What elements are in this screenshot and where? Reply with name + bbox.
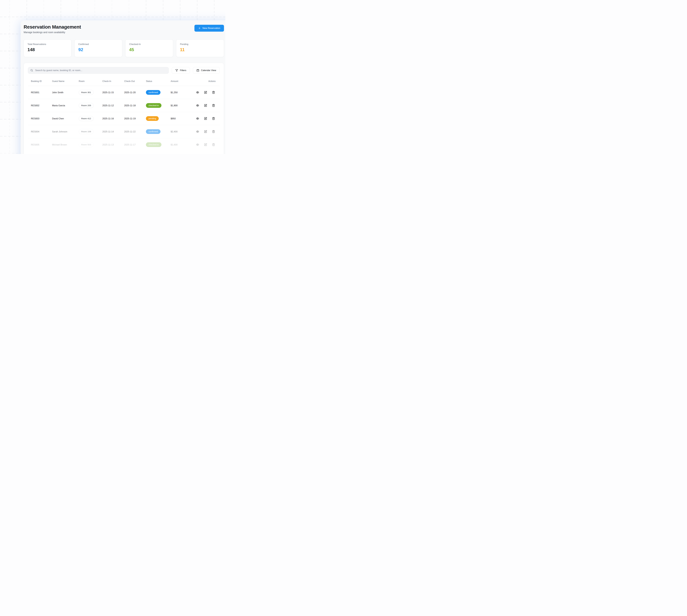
eye-icon [196, 104, 199, 107]
view-button[interactable] [196, 117, 199, 120]
booking-id: RES005 [31, 144, 52, 146]
booking-id: RES004 [31, 130, 52, 133]
search-input[interactable] [28, 67, 169, 74]
row-actions [196, 91, 220, 94]
eye-icon [196, 130, 199, 133]
check-out-date: 2025-11-17 [124, 144, 146, 146]
edit-button[interactable] [204, 143, 207, 146]
edit-button[interactable] [204, 117, 207, 120]
column-header-amount: Amount [171, 80, 196, 83]
booking-id: RES001 [31, 91, 52, 94]
stat-label: Checked-In [129, 43, 169, 45]
new-reservation-button[interactable]: New Reservation [194, 25, 224, 31]
row-actions [196, 130, 220, 133]
room-chip: Room 412 [79, 116, 94, 121]
trash-icon [212, 117, 215, 120]
page-title: Reservation Management [24, 24, 81, 30]
stat-label: Pending [180, 43, 220, 45]
plus-icon [198, 27, 201, 29]
edit-button[interactable] [204, 130, 207, 133]
row-actions [196, 143, 220, 146]
calendar-view-button[interactable]: Calendar View [193, 67, 220, 74]
delete-button[interactable] [212, 91, 215, 94]
room-chip: Room 301 [79, 90, 94, 95]
check-in-date: 2025-11-12 [102, 104, 124, 107]
amount: $2,400 [171, 130, 196, 133]
guest-name: Michael Brown [52, 144, 79, 146]
edit-button[interactable] [204, 104, 207, 107]
search-icon [30, 69, 33, 72]
eye-icon [196, 117, 199, 120]
view-button[interactable] [196, 104, 199, 107]
table-row: RES001 John Smith Room 301 2025-11-15 20… [28, 86, 220, 99]
new-reservation-label: New Reservation [203, 27, 220, 29]
status-badge: checked-in [146, 103, 161, 108]
column-header-booking-id: Booking ID [31, 80, 52, 83]
title-block: Reservation Management Manage bookings a… [24, 24, 81, 34]
check-out-date: 2025-11-20 [124, 91, 146, 94]
stat-card-total: Total Reservations 148 [24, 40, 71, 57]
table-row: RES005 Michael Brown Room 503 2025-11-13… [28, 138, 220, 151]
status-badge: confirmed [146, 90, 160, 95]
amount: $950 [171, 117, 196, 120]
view-button[interactable] [196, 143, 199, 146]
room-chip: Room 205 [79, 103, 94, 108]
guest-name: John Smith [52, 91, 79, 94]
check-in-date: 2025-11-16 [102, 117, 124, 120]
trash-icon [212, 130, 215, 133]
edit-icon [204, 91, 207, 94]
booking-id: RES003 [31, 117, 52, 120]
trash-icon [212, 91, 215, 94]
stat-value: 148 [27, 47, 68, 52]
guest-name: Maria Garcia [52, 104, 79, 107]
filters-button[interactable]: Filters [172, 67, 190, 74]
column-header-room: Room [79, 80, 102, 83]
trash-icon [212, 143, 215, 146]
page-subtitle: Manage bookings and room availability [24, 31, 81, 34]
view-button[interactable] [196, 130, 199, 133]
table-header-row: Booking ID Guest Name Room Check-In Chec… [28, 78, 220, 86]
row-actions [196, 104, 220, 107]
eye-icon [196, 143, 199, 146]
edit-icon [204, 104, 207, 107]
status-badge: checked-in [146, 142, 161, 147]
view-button[interactable] [196, 91, 199, 94]
stat-card-pending: Pending 11 [176, 40, 224, 57]
toolbar: Filters Calendar View [28, 67, 220, 74]
row-actions [196, 117, 220, 120]
calendar-view-label: Calendar View [201, 69, 216, 72]
delete-button[interactable] [212, 104, 215, 107]
delete-button[interactable] [212, 130, 215, 133]
stats-row: Total Reservations 148 Confirmed 92 Chec… [24, 40, 224, 57]
delete-button[interactable] [212, 117, 215, 120]
check-in-date: 2025-11-15 [102, 91, 124, 94]
column-header-actions: Actions [196, 80, 220, 83]
stat-label: Total Reservations [27, 43, 68, 45]
card-header: Reservation Management Manage bookings a… [24, 24, 224, 34]
amount: $1,250 [171, 91, 196, 94]
table-body: RES001 John Smith Room 301 2025-11-15 20… [28, 86, 220, 151]
status-badge: pending [146, 116, 159, 121]
check-out-date: 2025-11-18 [124, 104, 146, 107]
booking-id: RES002 [31, 104, 52, 107]
guest-name: Sarah Johnson [52, 130, 79, 133]
column-header-check-out: Check-Out [124, 80, 146, 83]
reservation-management-card: Reservation Management Manage bookings a… [21, 20, 225, 154]
column-header-check-in: Check-In [102, 80, 124, 83]
filters-label: Filters [180, 69, 186, 72]
delete-button[interactable] [212, 143, 215, 146]
amount: $1,800 [171, 104, 196, 107]
check-out-date: 2025-11-22 [124, 130, 146, 133]
amount: $1,600 [171, 144, 196, 146]
column-header-status: Status [146, 80, 171, 83]
check-in-date: 2025-11-13 [102, 144, 124, 146]
reservations-panel: Filters Calendar View Booking ID Guest N… [24, 63, 224, 154]
calendar-icon [197, 69, 199, 72]
stat-card-confirmed: Confirmed 92 [74, 40, 122, 57]
table-row: RES002 Maria Garcia Room 205 2025-11-12 … [28, 99, 220, 112]
edit-button[interactable] [204, 91, 207, 94]
stat-value: 45 [129, 47, 169, 52]
check-in-date: 2025-11-14 [102, 130, 124, 133]
search-wrap [28, 67, 169, 74]
room-chip: Room 108 [79, 129, 94, 134]
